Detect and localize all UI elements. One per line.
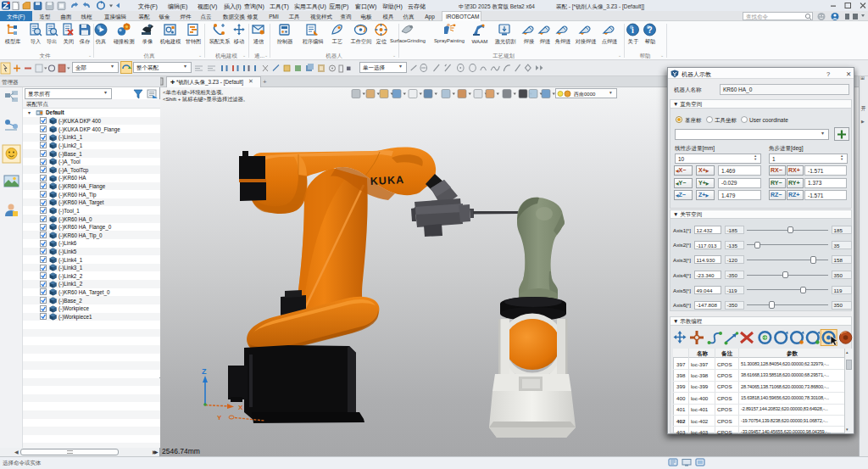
svg-text:X: X	[238, 404, 243, 411]
svg-text:Y: Y	[217, 414, 222, 422]
svg-text:i: i	[632, 25, 634, 35]
svg-text:?: ?	[647, 25, 652, 35]
svg-text:Z: Z	[202, 367, 207, 376]
svg-text:KUKA: KUKA	[370, 174, 404, 187]
